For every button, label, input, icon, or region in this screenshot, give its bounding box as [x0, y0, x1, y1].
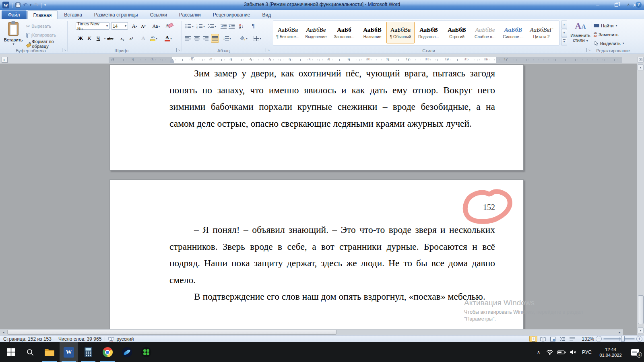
- taskbar-calculator[interactable]: [79, 342, 97, 362]
- align-right-button[interactable]: [202, 34, 209, 43]
- tab-Главная[interactable]: Главная: [27, 10, 58, 19]
- show-marks-button[interactable]: ¶: [251, 22, 255, 31]
- h-ruler[interactable]: 3211234567891011121314151617: [109, 57, 622, 63]
- styles-scroll-down-button[interactable]: ▾: [561, 29, 567, 37]
- tab-Вставка[interactable]: Вставка: [58, 10, 88, 19]
- notification-center-button[interactable]: 1: [626, 342, 644, 362]
- horizontal-scroll-thumb[interactable]: [7, 330, 336, 335]
- sort-button[interactable]: АЯ ↓: [238, 22, 244, 31]
- style-Выделение[interactable]: АаБбВвВыделение: [302, 22, 330, 43]
- status-proofing[interactable]: русский: [105, 335, 137, 342]
- document-page-151[interactable]: Зим замер у двери, как охотничий пёс, чу…: [109, 64, 524, 171]
- view-draft-button[interactable]: [568, 336, 576, 342]
- style-Строгий[interactable]: АаБбВСтрогий: [443, 22, 471, 43]
- taskbar-file-explorer[interactable]: [40, 342, 59, 362]
- document-page-152[interactable]: 152 – Я понял! – объявил знающий. – Это …: [109, 179, 524, 329]
- style-Слабое в...[interactable]: АаБбВвСлабое в...: [471, 22, 499, 43]
- zoom-level[interactable]: 132%: [582, 336, 594, 342]
- tray-chevron-icon[interactable]: ∧: [533, 342, 544, 362]
- cut-button[interactable]: ✂ Вырезать: [25, 22, 52, 30]
- tray-clock[interactable]: 12:44 01.04.2022: [595, 342, 626, 362]
- font-size-combo[interactable]: 14 ▾: [111, 22, 128, 30]
- copy-button[interactable]: Копировать: [25, 31, 57, 39]
- change-case-button[interactable]: Аа ▾: [151, 22, 162, 31]
- highlight-button[interactable]: ab ▾: [150, 34, 158, 43]
- scroll-up-button[interactable]: ▴: [638, 64, 644, 70]
- zoom-slider[interactable]: [603, 338, 635, 339]
- minimize-button[interactable]: –: [588, 0, 607, 10]
- multilevel-list-button[interactable]: ▾: [207, 22, 217, 31]
- select-button[interactable]: Выделить ▾: [594, 39, 624, 47]
- line-spacing-button[interactable]: ↕ ▾: [222, 34, 232, 43]
- help-icon[interactable]: ?: [636, 2, 642, 8]
- tab-Файл[interactable]: Файл: [2, 10, 27, 19]
- taskbar-word[interactable]: W: [60, 342, 78, 362]
- align-left-button[interactable]: [184, 34, 192, 43]
- minimize-ribbon-icon[interactable]: ∧: [627, 2, 630, 7]
- style-Название[interactable]: АаБбВНазвание: [358, 22, 386, 43]
- zoom-out-button[interactable]: −: [596, 336, 602, 342]
- vertical-scrollbar[interactable]: ▴ ▾: [637, 54, 644, 335]
- text-effects-button[interactable]: А: [139, 34, 147, 43]
- paste-button[interactable]: Вставить ▾: [2, 21, 24, 51]
- bullets-button[interactable]: ▾: [184, 22, 194, 31]
- zoom-in-button[interactable]: +: [636, 336, 642, 342]
- tab-stop-selector[interactable]: L: [2, 57, 8, 63]
- taskbar-media-app[interactable]: [118, 342, 136, 362]
- style-Сильное ...[interactable]: АаБбВСильное ...: [499, 22, 527, 43]
- style-Заголово...[interactable]: АаБбЗаголово...: [330, 22, 358, 43]
- scroll-left-button[interactable]: ◂: [0, 330, 6, 335]
- start-button[interactable]: [2, 342, 20, 362]
- font-dialog-launcher[interactable]: ↘: [176, 48, 180, 52]
- find-button[interactable]: Найти ▾: [594, 22, 617, 29]
- numbering-button[interactable]: 123 ▾: [196, 22, 206, 31]
- taskbar-chrome[interactable]: [98, 342, 117, 362]
- view-reading-button[interactable]: [539, 336, 547, 342]
- style-Подзагол...[interactable]: АаБбВПодзагол...: [415, 22, 443, 43]
- styles-gallery-expand-button[interactable]: ▾: [561, 37, 567, 45]
- superscript-button[interactable]: x²: [127, 34, 135, 43]
- align-center-button[interactable]: [193, 34, 200, 43]
- grow-font-button[interactable]: А▴: [130, 22, 138, 31]
- zoom-slider-thumb[interactable]: [621, 336, 625, 342]
- styles-scroll-up-button[interactable]: ▴: [561, 21, 567, 29]
- restore-button[interactable]: [607, 0, 625, 10]
- view-web-layout-button[interactable]: [549, 336, 557, 342]
- replace-button[interactable]: abac Заменить: [594, 31, 619, 38]
- style-Цитата 2[interactable]: АаБбВвГЦитата 2: [527, 22, 555, 43]
- tab-Вид[interactable]: Вид: [256, 10, 277, 19]
- view-ruler-toggle-button[interactable]: [638, 57, 644, 63]
- tab-Ссылки[interactable]: Ссылки: [144, 10, 173, 19]
- bold-button[interactable]: Ж: [76, 34, 85, 43]
- style-¶ Обычный[interactable]: АаБбВв¶ Обычный: [386, 22, 415, 43]
- borders-button[interactable]: ▾: [253, 34, 262, 43]
- justify-button[interactable]: [211, 34, 219, 43]
- style-¶ Без инте...[interactable]: АаБбВв¶ Без инте...: [274, 22, 302, 43]
- styles-dialog-launcher[interactable]: ↘: [586, 48, 590, 52]
- vertical-scroll-thumb[interactable]: [638, 295, 644, 324]
- taskbar-media-player[interactable]: [137, 342, 155, 362]
- clear-formatting-button[interactable]: А: [164, 22, 174, 31]
- subscript-button[interactable]: x₂: [118, 34, 126, 43]
- tray-language-indicator[interactable]: РУС: [579, 342, 595, 362]
- shrink-font-button[interactable]: А▾: [139, 22, 147, 31]
- decrease-indent-button[interactable]: [220, 22, 227, 31]
- battery-icon[interactable]: [555, 342, 568, 362]
- tab-Рассылки[interactable]: Рассылки: [173, 10, 206, 19]
- view-outline-button[interactable]: [558, 336, 566, 342]
- tab-Рецензирование[interactable]: Рецензирование: [207, 10, 256, 19]
- scroll-right-button[interactable]: ▸: [617, 330, 623, 335]
- status-word-count[interactable]: Число слов: 39 965: [55, 335, 105, 342]
- scroll-down-button[interactable]: ▾: [638, 327, 644, 333]
- shading-button[interactable]: ▾: [238, 34, 248, 43]
- change-styles-button[interactable]: АА Изменить стили ▾: [570, 21, 591, 51]
- tab-Разметка страницы[interactable]: Разметка страницы: [89, 10, 144, 19]
- format-painter-button[interactable]: Формат по образцу: [25, 40, 67, 48]
- italic-button[interactable]: К: [85, 34, 93, 43]
- status-page-indicator[interactable]: Страница: 152 из 153: [0, 335, 55, 342]
- volume-muted-icon[interactable]: [568, 342, 579, 362]
- taskbar-search-button[interactable]: [21, 342, 39, 362]
- clipboard-dialog-launcher[interactable]: ↘: [62, 48, 66, 52]
- strikethrough-button[interactable]: abc: [106, 34, 114, 43]
- font-name-combo[interactable]: Times New Rc ▾: [76, 22, 109, 30]
